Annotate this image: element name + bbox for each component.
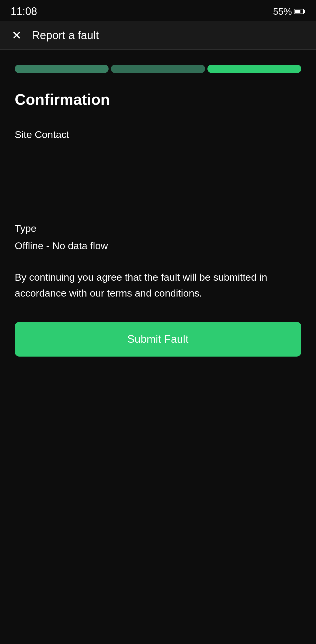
page-title: Report a fault: [32, 29, 99, 42]
close-icon: ✕: [12, 29, 22, 41]
progress-step-3: [207, 65, 301, 73]
confirmation-title: Confirmation: [15, 91, 301, 108]
type-value: Offline - No data flow: [15, 240, 301, 252]
progress-step-2: [111, 65, 205, 73]
top-bar: ✕ Report a fault: [0, 21, 316, 49]
battery-percent: 55%: [273, 6, 292, 17]
svg-rect-2: [295, 10, 300, 13]
progress-step-1: [15, 65, 109, 73]
type-section: Type Offline - No data flow: [15, 223, 301, 252]
battery-icon: [294, 8, 305, 15]
site-contact-section: Site Contact: [15, 129, 301, 140]
progress-bar: [15, 65, 301, 73]
status-time: 11:08: [11, 5, 37, 18]
status-bar: 11:08 55%: [0, 0, 316, 21]
type-label: Type: [15, 223, 301, 234]
svg-rect-1: [304, 10, 305, 13]
main-content: Confirmation Site Contact Type Offline -…: [0, 50, 316, 374]
submit-fault-button[interactable]: Submit Fault: [15, 322, 301, 357]
battery-indicator: 55%: [273, 6, 305, 17]
terms-text: By continuing you agree that the fault w…: [15, 269, 301, 301]
site-contact-label: Site Contact: [15, 129, 301, 140]
close-button[interactable]: ✕: [11, 28, 23, 42]
